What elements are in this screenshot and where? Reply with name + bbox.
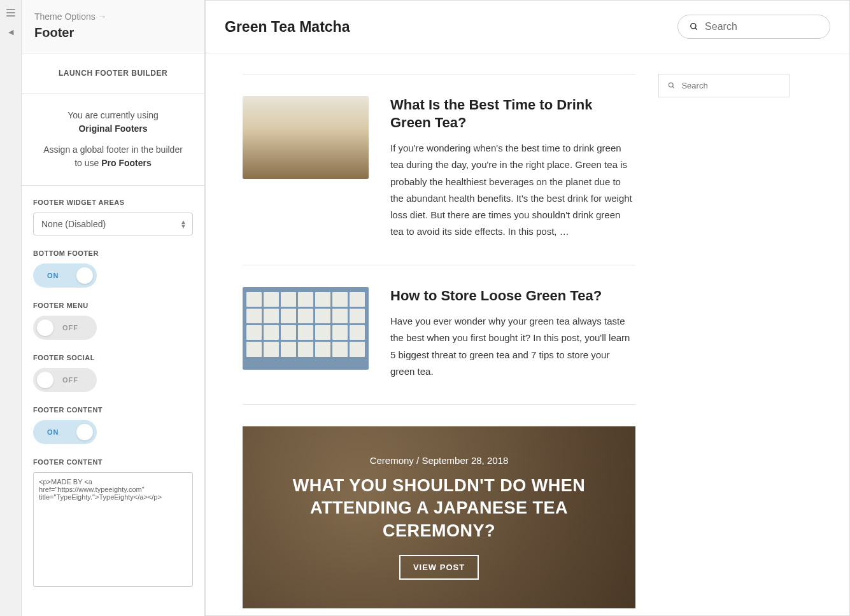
controls: FOOTER WIDGET AREAS None (Disabled) ▲▼ B… [22, 186, 204, 616]
sidebar-search-input[interactable] [681, 81, 780, 90]
site-title[interactable]: Green Tea Matcha [225, 18, 350, 36]
arrow-right-icon: → [98, 11, 107, 22]
sidebar-search[interactable] [658, 74, 790, 97]
footer-content-toggle[interactable]: ON [33, 420, 97, 444]
widget-areas-select[interactable]: None (Disabled) [33, 213, 193, 235]
toggle-knob [37, 319, 53, 336]
post-excerpt: Have you ever wonder why your green tea … [390, 313, 635, 380]
view-post-button[interactable]: VIEW POST [399, 555, 479, 580]
footer-content-textarea[interactable] [33, 472, 193, 587]
hero-meta: Ceremony / September 28, 2018 [370, 455, 509, 466]
collapse-strip: ◀ [0, 0, 22, 616]
bottom-footer-toggle[interactable]: ON [33, 263, 97, 288]
header-search[interactable] [677, 15, 830, 39]
launch-footer-builder-button[interactable]: LAUNCH FOOTER BUILDER [22, 53, 204, 94]
footer-social-label: FOOTER SOCIAL [33, 354, 193, 361]
svg-line-3 [672, 87, 674, 88]
header-search-input[interactable] [705, 21, 818, 32]
post-item: What Is the Best Time to Drink Green Tea… [243, 96, 635, 265]
toggle-knob [76, 424, 93, 440]
svg-point-0 [691, 24, 696, 29]
info-block: You are currently usingOriginal Footers … [22, 94, 204, 186]
footer-content-toggle-label: FOOTER CONTENT [33, 406, 193, 414]
sidebar-column [635, 53, 849, 608]
footer-content-text-label: FOOTER CONTENT [33, 458, 193, 466]
divider [243, 74, 635, 74]
post-excerpt: If you're wondering when's the best time… [390, 140, 635, 241]
widget-areas-label: FOOTER WIDGET AREAS [33, 199, 193, 206]
hero-post: Ceremony / September 28, 2018 WHAT YOU S… [243, 426, 635, 608]
main-column: What Is the Best Time to Drink Green Tea… [243, 53, 635, 608]
svg-point-2 [669, 83, 673, 87]
preview-header: Green Tea Matcha [206, 1, 849, 53]
bottom-footer-label: BOTTOM FOOTER [33, 249, 193, 257]
svg-line-1 [695, 28, 697, 30]
sidebar-header: Theme Options → Footer [22, 0, 204, 53]
sidebar: Theme Options → Footer LAUNCH FOOTER BUI… [22, 0, 205, 616]
post-title[interactable]: What Is the Best Time to Drink Green Tea… [390, 96, 635, 131]
hamburger-icon[interactable] [6, 9, 15, 17]
post-thumbnail[interactable] [243, 287, 369, 370]
hero-title[interactable]: WHAT YOU SHOULDN'T DO WHEN ATTENDING A J… [281, 475, 597, 542]
breadcrumb-text: Theme Options [34, 11, 96, 22]
hero-date: September 28, 2018 [421, 455, 508, 466]
post-title[interactable]: How to Store Loose Green Tea? [390, 287, 635, 305]
hero-category[interactable]: Ceremony [370, 455, 414, 466]
toggle-knob [76, 267, 93, 284]
toggle-knob [37, 372, 53, 388]
section-title: Footer [34, 25, 192, 40]
footer-menu-label: FOOTER MENU [33, 302, 193, 309]
breadcrumb[interactable]: Theme Options → [34, 11, 192, 22]
footer-menu-toggle[interactable]: OFF [33, 316, 97, 340]
footer-social-toggle[interactable]: OFF [33, 368, 97, 392]
back-arrow-icon[interactable]: ◀ [8, 28, 13, 36]
preview-pane: Green Tea Matcha What Is the Best Time t… [205, 0, 850, 616]
post-item: How to Store Loose Green Tea? Have you e… [243, 287, 635, 405]
search-icon [668, 81, 675, 90]
search-icon [690, 22, 698, 32]
post-thumbnail[interactable] [243, 96, 369, 179]
